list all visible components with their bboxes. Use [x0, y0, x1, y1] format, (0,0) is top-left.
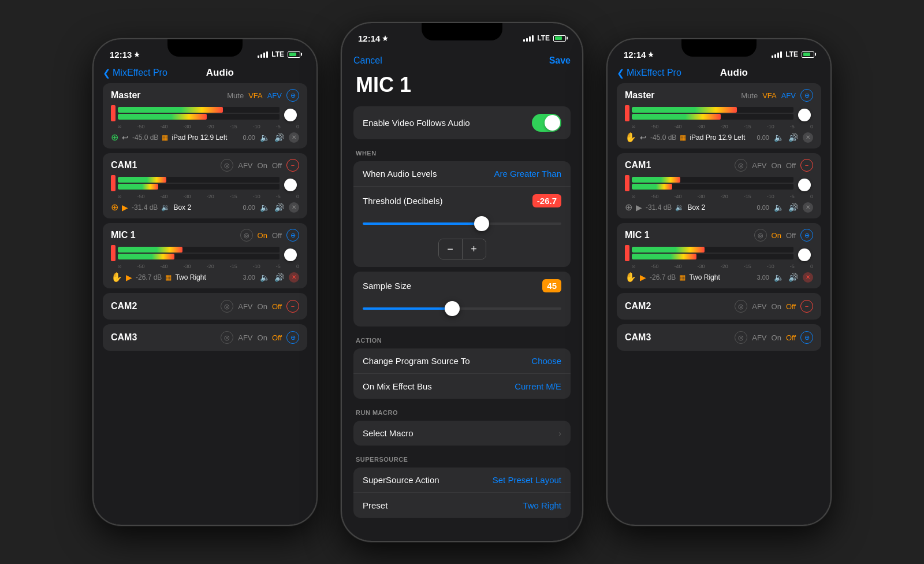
- channel-cam3-left: CAM3 ◎ AFV On Off ⊕: [103, 324, 307, 351]
- center-content: Enable Video Follows Audio WHEN When Aud…: [342, 106, 582, 541]
- status-icons-left: LTE: [258, 50, 300, 58]
- location-icon-left: [134, 51, 140, 57]
- channel-cam1-right: CAM1 ◎ AFV On Off −: [617, 153, 821, 218]
- back-button-right[interactable]: ❮ MixEffect Pro: [617, 68, 681, 79]
- center-title: MIC 1: [342, 68, 582, 106]
- back-button-left[interactable]: ❮ MixEffect Pro: [103, 68, 167, 79]
- threshold-value: -26.7: [532, 194, 561, 207]
- action-section-label: ACTION: [353, 328, 571, 348]
- cancel-save-bar: Cancel Save: [342, 49, 582, 68]
- macro-chevron: ›: [558, 429, 561, 438]
- enable-toggle[interactable]: [532, 114, 561, 132]
- macro-group: Select Macro ›: [353, 421, 571, 446]
- nav-left: ❮ MixEffect Pro Audio: [94, 65, 316, 83]
- master-plus-left[interactable]: ⊕: [286, 89, 299, 102]
- enable-group: Enable Video Follows Audio: [353, 106, 571, 139]
- phone-right: 12:14 LTE ❮ MixEffect Pro: [606, 38, 832, 526]
- macro-section-label: RUN MACRO: [353, 400, 571, 421]
- preset-value[interactable]: Two Right: [523, 500, 561, 510]
- scene: 12:13 LTE ❮ MixEffect Pro: [0, 0, 924, 564]
- master-controls-left: Mute VFA AFV ⊕: [227, 89, 299, 102]
- time-left: 12:13: [110, 50, 140, 60]
- notch-left: [167, 39, 243, 57]
- mic1-source-left: Two Right: [175, 273, 206, 281]
- signal-left: [258, 51, 268, 58]
- content-right: Master Mute VFA AFV ⊕: [608, 83, 830, 518]
- channel-cam1-left: CAM1 ◎ AFV On Off −: [103, 153, 307, 218]
- channel-master-left: Master Mute VFA AFV ⊕: [103, 83, 307, 149]
- battery-left: [288, 51, 300, 58]
- nav-title-right: Audio: [720, 67, 748, 79]
- sample-slider[interactable]: [363, 307, 561, 310]
- when-group: When Audio Levels Are Greater Than Thres…: [353, 161, 571, 267]
- supersource-section-label: SUPERSOURCE: [353, 447, 571, 467]
- when-section-label: WHEN: [353, 140, 571, 161]
- mic1-source-right: Two Right: [689, 273, 720, 281]
- channel-cam2-right: CAM2 ◎ AFV On Off −: [617, 293, 821, 320]
- channel-master-right: Master Mute VFA AFV ⊕: [617, 83, 821, 149]
- sample-value: 45: [542, 279, 561, 292]
- phone-center: 12:14 LTE Cancel Save M: [341, 22, 583, 542]
- phone-left: 12:13 LTE ❮ MixEffect Pro: [92, 38, 318, 526]
- action-group: Change Program Source To Choose On Mix E…: [353, 348, 571, 399]
- notch-center: [422, 23, 502, 40]
- channel-mic1-left: MIC 1 ◎ On Off ⊕: [103, 223, 307, 288]
- location-icon-right: [648, 51, 654, 57]
- channel-cam3-right: CAM3 ◎ AFV On Off ⊕: [617, 324, 821, 351]
- supersource-group: SuperSource Action Set Preset Layout Pre…: [353, 467, 571, 518]
- channel-mic1-right: MIC 1 ◎ On Off ⊕: [617, 223, 821, 288]
- cancel-button[interactable]: Cancel: [353, 55, 382, 66]
- stepper-plus[interactable]: +: [463, 239, 486, 259]
- notch-right: [681, 39, 757, 57]
- time-center: 12:14: [358, 34, 388, 43]
- location-icon-center: [382, 35, 388, 41]
- save-button[interactable]: Save: [549, 55, 571, 66]
- threshold-slider[interactable]: [363, 222, 561, 225]
- threshold-stepper[interactable]: − +: [438, 239, 486, 259]
- nav-right: ❮ MixEffect Pro Audio: [608, 65, 830, 83]
- stepper-minus[interactable]: −: [439, 239, 462, 259]
- sample-group: Sample Size 45: [353, 272, 571, 326]
- content-left: Master Mute VFA AFV ⊕: [94, 83, 316, 518]
- channel-cam2-left: CAM2 ◎ AFV On Off −: [103, 293, 307, 320]
- time-right: 12:14: [624, 50, 654, 60]
- select-macro-label[interactable]: Select Macro: [363, 428, 413, 438]
- nav-title-left: Audio: [206, 67, 234, 79]
